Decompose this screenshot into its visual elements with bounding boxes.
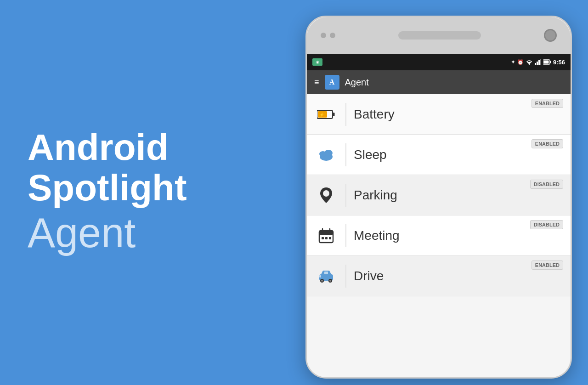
list-item-parking[interactable]: Parking DISABLED bbox=[307, 175, 571, 215]
title-line3: Agent bbox=[28, 208, 136, 258]
drive-icon bbox=[314, 270, 338, 283]
parking-divider bbox=[345, 184, 346, 207]
sleep-status-badge: ENABLED bbox=[531, 139, 563, 148]
bluetooth-icon: ✦ bbox=[511, 59, 515, 65]
parking-status-badge: DISABLED bbox=[530, 180, 563, 189]
signal-icon bbox=[535, 59, 541, 65]
battery-status-badge: ENABLED bbox=[531, 99, 563, 108]
svg-point-16 bbox=[324, 150, 333, 156]
svg-rect-9 bbox=[543, 61, 548, 64]
left-panel: Android Spotlight Agent bbox=[0, 0, 299, 385]
phone-dot-1 bbox=[321, 33, 326, 38]
svg-rect-3 bbox=[535, 63, 536, 65]
status-bar: ☀ ✦ ⏰ bbox=[307, 54, 571, 70]
phone-top-bar bbox=[307, 17, 571, 54]
svg-rect-24 bbox=[329, 237, 331, 239]
phone-dot-2 bbox=[330, 33, 335, 38]
agent-list: ⚡ Battery ENABLED bbox=[307, 94, 571, 377]
svg-point-29 bbox=[329, 280, 331, 282]
phone-mockup: ☀ ✦ ⏰ bbox=[305, 16, 572, 379]
list-item-drive[interactable]: Drive ENABLED bbox=[307, 256, 571, 296]
sleep-icon bbox=[314, 147, 338, 162]
app-toolbar-title: Agent bbox=[345, 77, 369, 88]
svg-rect-6 bbox=[540, 59, 541, 65]
parking-label: Parking bbox=[354, 188, 563, 203]
right-panel: ☀ ✦ ⏰ bbox=[299, 0, 588, 385]
battery-status-icon bbox=[543, 59, 551, 65]
svg-rect-5 bbox=[538, 60, 540, 65]
drive-status-badge: ENABLED bbox=[531, 260, 563, 270]
list-item-sleep[interactable]: Sleep ENABLED bbox=[307, 135, 571, 175]
parking-icon bbox=[314, 187, 338, 204]
meeting-label: Meeting bbox=[354, 228, 563, 243]
sleep-label: Sleep bbox=[354, 147, 563, 162]
svg-rect-23 bbox=[325, 237, 328, 239]
status-left: ☀ bbox=[312, 58, 322, 66]
notification-icon: ☀ bbox=[312, 58, 322, 66]
phone-speaker bbox=[398, 31, 481, 40]
drive-label: Drive bbox=[354, 269, 563, 283]
svg-point-17 bbox=[323, 190, 329, 197]
android-screen: ☀ ✦ ⏰ bbox=[307, 54, 571, 377]
battery-label: Battery bbox=[354, 107, 563, 122]
svg-rect-22 bbox=[322, 237, 324, 239]
svg-text:⚡: ⚡ bbox=[319, 112, 325, 118]
title-line1: Android bbox=[28, 127, 169, 168]
svg-point-28 bbox=[321, 280, 323, 282]
wifi-icon bbox=[526, 59, 533, 65]
phone-camera bbox=[544, 29, 557, 42]
meeting-divider bbox=[345, 224, 346, 247]
svg-text:☀: ☀ bbox=[316, 60, 319, 65]
sleep-divider bbox=[345, 143, 346, 166]
svg-rect-31 bbox=[324, 272, 328, 274]
alarm-icon: ⏰ bbox=[517, 59, 524, 65]
title-line2: Spotlight bbox=[28, 168, 187, 208]
status-right: ✦ ⏰ bbox=[511, 59, 565, 66]
phone-dots bbox=[321, 33, 335, 38]
svg-rect-4 bbox=[537, 62, 538, 65]
svg-rect-11 bbox=[333, 113, 335, 116]
battery-icon: ⚡ bbox=[314, 109, 338, 120]
svg-rect-30 bbox=[319, 275, 321, 277]
battery-divider bbox=[345, 103, 346, 126]
meeting-icon bbox=[314, 228, 338, 243]
svg-rect-8 bbox=[550, 61, 551, 63]
hamburger-menu-icon[interactable]: ≡ bbox=[314, 78, 319, 87]
list-item-meeting[interactable]: Meeting DISABLED bbox=[307, 215, 571, 256]
app-toolbar: ≡ A Agent bbox=[307, 70, 571, 94]
svg-rect-19 bbox=[319, 231, 333, 235]
drive-divider bbox=[345, 265, 346, 288]
status-time: 9:56 bbox=[553, 59, 565, 66]
app-logo: A bbox=[325, 75, 339, 90]
list-item-battery[interactable]: ⚡ Battery ENABLED bbox=[307, 94, 571, 135]
meeting-status-badge: DISABLED bbox=[530, 220, 563, 229]
